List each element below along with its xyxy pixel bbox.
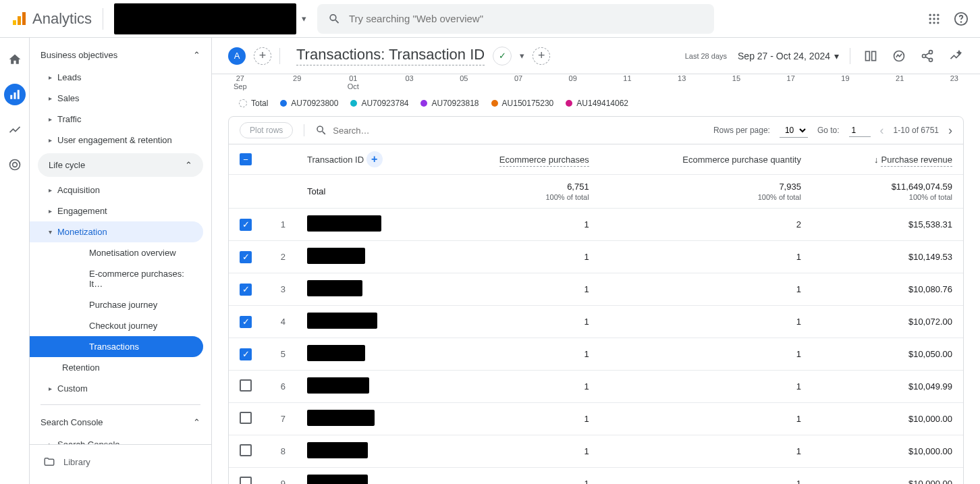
col-transaction-id[interactable]: Transaction ID + xyxy=(296,144,431,175)
add-card-button[interactable]: + xyxy=(533,47,550,65)
sidebar: Business objectives ⌃ ▸Leads ▸Sales ▸Tra… xyxy=(30,38,212,484)
legend-item[interactable]: AU70923784 xyxy=(350,99,408,108)
search-icon xyxy=(328,12,341,26)
axis-tick: 27Sep xyxy=(234,74,247,90)
axis-tick: 15 xyxy=(732,74,740,90)
nav-leads[interactable]: ▸Leads xyxy=(30,67,203,88)
table-row[interactable]: 7 11$10,000.00 xyxy=(229,403,963,435)
table-search[interactable] xyxy=(304,124,468,136)
table-row[interactable]: ✓ 5 11$10,050.00 xyxy=(229,338,963,371)
global-search[interactable] xyxy=(317,4,714,34)
nav-purchase-journey[interactable]: Purchase journey xyxy=(30,294,203,315)
share-icon[interactable] xyxy=(919,48,935,64)
search-icon xyxy=(315,124,327,136)
row-checkbox[interactable]: ✓ xyxy=(240,219,252,231)
row-checkbox[interactable]: ✓ xyxy=(240,316,252,328)
axis-tick: 17 xyxy=(787,74,795,90)
segment-chip[interactable]: A xyxy=(228,47,246,65)
col-purchases[interactable]: Ecommerce purchases xyxy=(431,144,600,175)
arrow-icon: ▸ xyxy=(49,207,52,215)
nav-search-console[interactable]: ▸Search Console xyxy=(30,434,203,444)
app-logo[interactable]: Analytics xyxy=(11,10,92,28)
svg-rect-14 xyxy=(10,95,12,99)
svg-rect-16 xyxy=(17,90,19,99)
go-to-input[interactable] xyxy=(849,124,871,137)
axis-tick: 23 xyxy=(950,74,958,90)
table-row[interactable]: ✓ 2 11$10,149.53 xyxy=(229,241,963,273)
help-icon[interactable] xyxy=(953,11,969,27)
check-badge[interactable]: ✓ xyxy=(493,47,512,65)
table-row[interactable]: ✓ 4 11$10,072.00 xyxy=(229,306,963,338)
svg-point-5 xyxy=(937,14,939,16)
nav-custom[interactable]: ▸Custom xyxy=(30,378,203,399)
nav-acquisition[interactable]: ▸Acquisition xyxy=(30,180,203,200)
legend-item[interactable]: AU70923800 xyxy=(280,99,338,108)
row-checkbox[interactable]: ✓ xyxy=(240,348,252,360)
library-link[interactable]: Library xyxy=(30,444,211,479)
table-row[interactable]: 8 11$10,000.00 xyxy=(229,435,963,468)
axis-tick: 29 xyxy=(293,74,301,90)
row-checkbox[interactable] xyxy=(240,412,252,424)
section-business-objectives[interactable]: Business objectives ⌃ xyxy=(30,43,211,67)
add-dimension-icon[interactable]: + xyxy=(366,151,383,167)
nav-retention[interactable]: Retention xyxy=(30,357,203,378)
rail-explore[interactable] xyxy=(4,119,26,140)
nav-rail xyxy=(0,38,30,484)
legend-item[interactable]: AU70923818 xyxy=(420,99,479,108)
date-range-picker[interactable]: Sep 27 - Oct 24, 2024 ▾ xyxy=(738,51,839,61)
nav-traffic[interactable]: ▸Traffic xyxy=(30,109,203,130)
library-label: Library xyxy=(63,457,90,467)
nav-user-engagement[interactable]: ▸User engagement & retention xyxy=(30,130,203,151)
row-checkbox[interactable] xyxy=(240,444,252,456)
nav-checkout-journey[interactable]: Checkout journey xyxy=(30,315,203,336)
legend-item[interactable]: Total xyxy=(239,99,268,108)
report-title[interactable]: Transactions: Transaction ID xyxy=(296,46,485,65)
legend-item[interactable]: AU149414062 xyxy=(566,99,628,108)
nav-ecommerce-purchases[interactable]: E-commerce purchases: It… xyxy=(30,263,203,294)
nav-sales[interactable]: ▸Sales xyxy=(30,88,203,109)
svg-point-7 xyxy=(933,18,935,20)
table-row[interactable]: ✓ 3 11$10,080.76 xyxy=(229,273,963,306)
chevron-down-icon[interactable]: ▾ xyxy=(520,51,524,61)
col-quantity[interactable]: Ecommerce purchase quantity xyxy=(600,144,812,175)
section-search-console[interactable]: Search Console ⌃ xyxy=(30,410,211,434)
row-checkbox[interactable] xyxy=(240,379,252,392)
rows-per-page-select[interactable]: 10 xyxy=(780,124,808,138)
table-search-input[interactable] xyxy=(333,126,468,136)
insights-sparkle-icon[interactable] xyxy=(948,48,964,64)
add-segment-button[interactable]: + xyxy=(254,47,271,65)
rail-home[interactable] xyxy=(4,49,26,70)
svg-point-6 xyxy=(929,18,931,20)
chevron-left-icon[interactable]: ‹ xyxy=(880,124,884,138)
legend-item[interactable]: AU150175230 xyxy=(491,99,554,108)
table-row[interactable]: 9 11$10,000.00 xyxy=(229,468,963,485)
app-name: Analytics xyxy=(32,10,92,28)
select-all-checkbox[interactable]: − xyxy=(240,153,252,165)
redacted-txid xyxy=(307,442,368,458)
row-checkbox[interactable]: ✓ xyxy=(240,251,252,263)
compare-icon[interactable] xyxy=(863,48,879,64)
nav-monetization[interactable]: ▾Monetization xyxy=(30,221,203,242)
row-checkbox[interactable] xyxy=(240,477,252,484)
svg-point-11 xyxy=(937,22,939,24)
table-row[interactable]: ✓ 1 12$15,538.31 xyxy=(229,209,963,241)
table-row[interactable]: 6 11$10,049.99 xyxy=(229,371,963,403)
nav-monetisation-overview[interactable]: Monetisation overview xyxy=(30,242,203,263)
apps-icon[interactable] xyxy=(926,11,942,27)
property-selector[interactable]: ▾ xyxy=(114,3,306,34)
redacted-txid xyxy=(307,313,377,329)
search-input[interactable] xyxy=(349,13,703,24)
rail-reports[interactable] xyxy=(4,84,26,105)
plot-rows-button[interactable]: Plot rows xyxy=(240,122,293,138)
table-pager: Rows per page: 10 Go to: ‹ 1-10 of 6751 … xyxy=(713,124,952,138)
rail-advertising[interactable] xyxy=(4,154,26,176)
nav-transactions[interactable]: Transactions xyxy=(30,336,203,357)
data-table: − Transaction ID + Ecommerce purchases E… xyxy=(229,144,963,484)
insights-icon[interactable] xyxy=(891,48,907,64)
table-toolbar: Plot rows Rows per page: 10 Go to: ‹ 1-1… xyxy=(229,117,963,144)
section-life-cycle[interactable]: Life cycle ⌃ xyxy=(38,153,203,177)
nav-engagement[interactable]: ▸Engagement xyxy=(30,200,203,221)
col-revenue[interactable]: ↓Purchase revenue xyxy=(812,144,963,175)
row-checkbox[interactable]: ✓ xyxy=(240,284,252,296)
chevron-right-icon[interactable]: › xyxy=(948,124,952,138)
